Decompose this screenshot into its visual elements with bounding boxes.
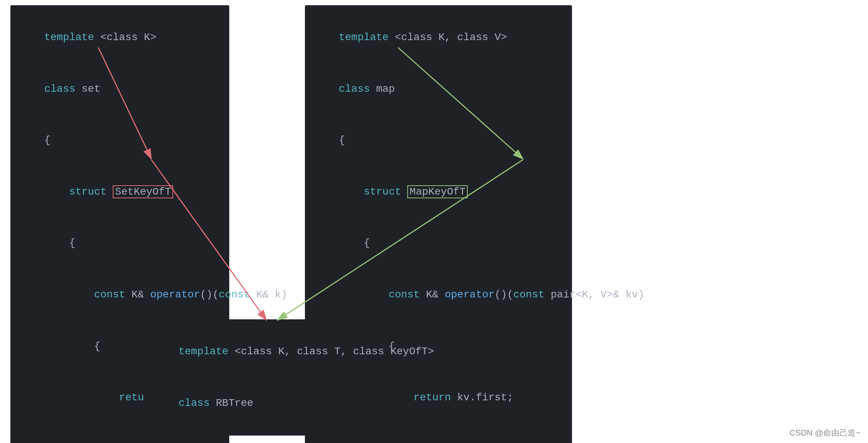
set-line-5: {	[19, 218, 220, 269]
map-line-3: {	[314, 115, 563, 166]
set-line-6: const K& operator()(const K& k)	[19, 269, 220, 321]
rbtree-code-box: template <class K, class T, class KeyOfT…	[145, 319, 389, 436]
set-line-1: template <class K>	[19, 12, 220, 63]
map-line-5: {	[314, 218, 563, 269]
set-line-2: class set	[19, 63, 220, 115]
set-line-4: struct SetKeyOfT	[19, 166, 220, 218]
map-line-4: struct MapKeyOfT	[314, 166, 563, 218]
map-line-2: class map	[314, 63, 563, 115]
map-line-1: template <class K, class V>	[314, 12, 563, 63]
rbtree-line-2: class RBTree	[154, 378, 381, 429]
rbtree-line-1: template <class K, class T, class KeyOfT…	[154, 326, 381, 378]
map-line-6: const K& operator()(const pair<K, V>& kv…	[314, 269, 563, 321]
watermark: CSDN @命由己造~	[789, 427, 861, 439]
set-line-3: {	[19, 115, 220, 166]
